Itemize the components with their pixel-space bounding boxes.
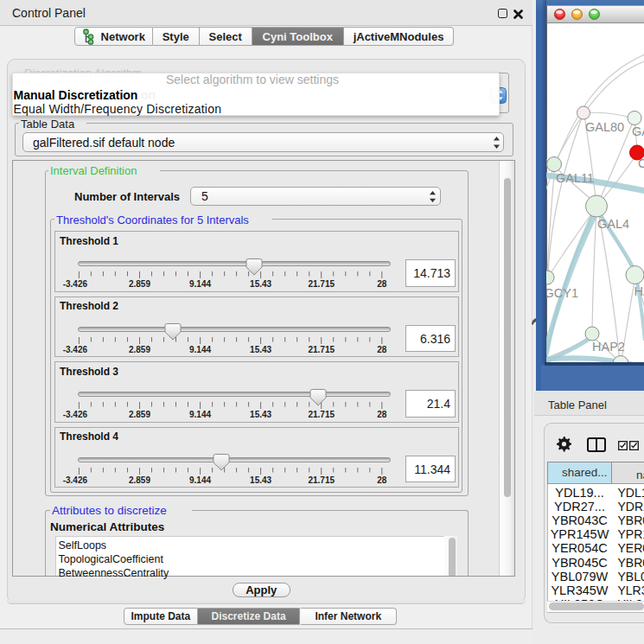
svg-text:HAP2: HAP2 bbox=[592, 340, 625, 354]
svg-text:GAL4: GAL4 bbox=[597, 217, 629, 231]
svg-text:HA: HA bbox=[634, 284, 644, 298]
svg-text:GCY1: GCY1 bbox=[546, 286, 578, 300]
svg-text:GAL11: GAL11 bbox=[556, 171, 594, 185]
svg-text:GAL80: GAL80 bbox=[585, 120, 624, 134]
svg-text:CY: CY bbox=[638, 156, 644, 170]
svg-text:GA: GA bbox=[632, 124, 644, 138]
